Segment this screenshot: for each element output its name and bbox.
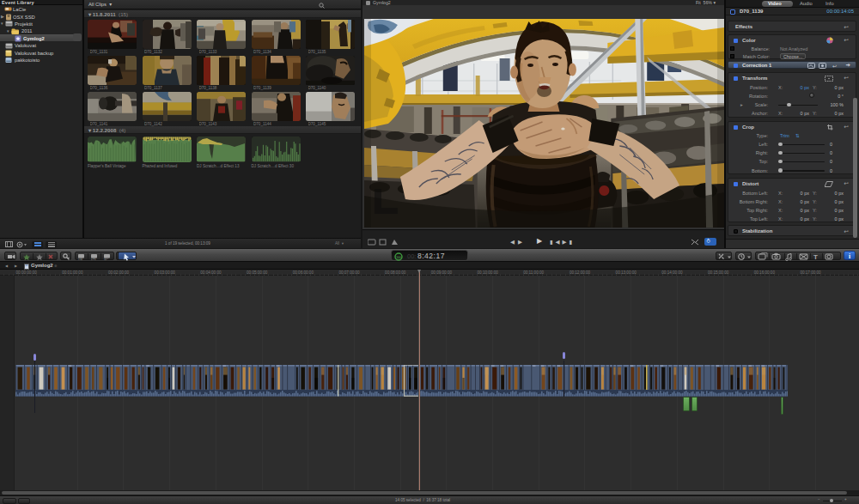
svg-text:100: 100: [396, 255, 401, 258]
svg-text:T: T: [813, 253, 818, 261]
svg-text:4 FS: 4 FS: [91, 258, 96, 261]
svg-text:30 •: 30 •: [104, 258, 108, 261]
svg-text:5:00: 5:00: [78, 258, 83, 261]
